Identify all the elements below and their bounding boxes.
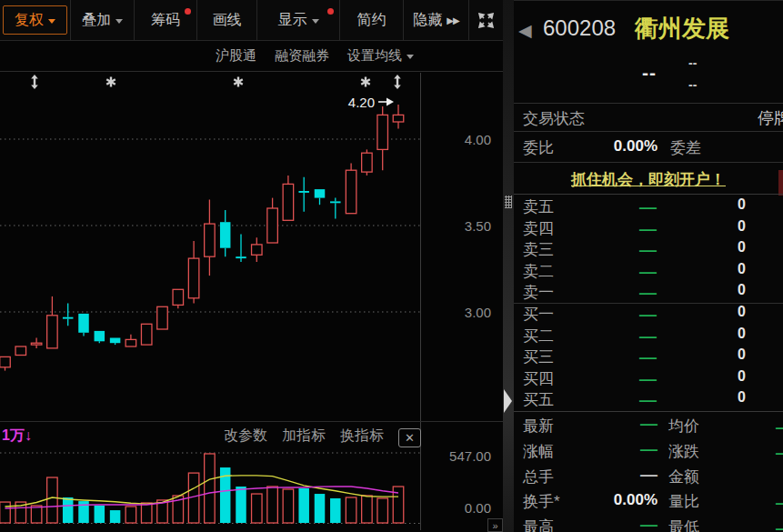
stock-code: 600208 xyxy=(543,15,616,41)
order-price-dash: — xyxy=(639,353,657,362)
trade-status-value: 停牌 xyxy=(758,107,783,129)
indicator-link-3[interactable]: 换指标 xyxy=(340,427,384,446)
order-qty: 0 xyxy=(678,368,746,385)
close-icon[interactable]: ✕ xyxy=(398,428,421,447)
price-tick-35: 3.50 xyxy=(427,218,491,234)
open-account-link[interactable]: 抓住机会，即刻开户！ xyxy=(571,169,726,190)
order-qty: 0 xyxy=(678,261,746,277)
divider-line xyxy=(514,303,783,304)
order-book-row-卖二[interactable]: 卖二—0 xyxy=(514,259,783,281)
collapse-arrow-icon[interactable] xyxy=(504,389,512,413)
stat-label2: 金额 xyxy=(668,467,699,487)
order-qty: 0 xyxy=(678,304,746,320)
order-price-dash: — xyxy=(639,375,657,384)
stat-value2-dash: — xyxy=(776,524,783,532)
weibi-label: 委比 xyxy=(523,137,554,158)
stat-label2: 均价 xyxy=(668,416,699,437)
change-percent: -- xyxy=(688,77,697,92)
order-level-label: 买二 xyxy=(523,326,554,346)
panel-divider[interactable] xyxy=(503,0,514,532)
order-book-row-买一[interactable]: 买一—0 xyxy=(514,302,783,324)
stat-value-dash: — xyxy=(640,515,658,532)
stock-app-window: 复权叠加筹码画线显示简约隐藏▶▶ 沪股通融资融券设置均线 4.20 4.00 3… xyxy=(0,0,783,532)
stat-label: 总手 xyxy=(523,467,554,487)
indicator-link-1[interactable]: 改参数 xyxy=(224,427,267,446)
volume-indicator-label[interactable]: 1万↓ xyxy=(2,427,32,446)
order-book-row-卖一[interactable]: 卖一—0 xyxy=(514,280,783,302)
stat-row-4: 换手*0.00%量比— xyxy=(514,487,783,513)
order-level-label: 买五 xyxy=(523,389,554,410)
down-arrow-icon: ↓ xyxy=(25,427,32,443)
trade-status-label: 交易状态 xyxy=(523,108,585,129)
order-level-label: 卖四 xyxy=(523,218,554,239)
order-book-row-买四[interactable]: 买四—0 xyxy=(514,366,783,388)
order-level-label: 卖二 xyxy=(523,261,554,282)
price-tick-4: 4.00 xyxy=(427,132,491,147)
order-level-label: 买四 xyxy=(523,368,554,389)
stat-label: 涨幅 xyxy=(523,441,554,462)
indicator-link-2[interactable]: 加指标 xyxy=(282,427,326,446)
back-icon[interactable]: ◀ xyxy=(518,20,532,41)
stat-value2-dash: — xyxy=(776,423,783,432)
order-level-label: 卖三 xyxy=(523,239,554,260)
stat-value: 0.00% xyxy=(568,491,658,509)
order-book-row-买五[interactable]: 买五—0 xyxy=(514,387,783,409)
last-price: -- xyxy=(642,62,657,84)
weicha-label: 委差 xyxy=(670,137,701,158)
ad-row: 抓住机会，即刻开户！ xyxy=(514,163,783,194)
order-qty: 0 xyxy=(678,389,746,406)
stat-label: 最新 xyxy=(523,416,554,437)
order-price-dash: — xyxy=(639,246,657,255)
order-qty: 0 xyxy=(678,282,746,298)
order-price-dash: — xyxy=(639,332,657,341)
order-book-row-买二[interactable]: 买二—0 xyxy=(514,324,783,346)
stat-value-dash: — xyxy=(640,439,658,458)
stat-label: 换手* xyxy=(523,491,560,512)
order-book-row-卖四[interactable]: 卖四—0 xyxy=(514,216,783,238)
stat-row-3: 总手—金额 xyxy=(514,463,783,488)
indicator-links: 改参数加指标换指标 xyxy=(224,427,384,446)
order-price-dash: — xyxy=(639,310,657,319)
chart-region: 复权叠加筹码画线显示简约隐藏▶▶ 沪股通融资融券设置均线 4.20 4.00 3… xyxy=(0,0,503,532)
quote-panel: ◀ 600208 衢州发展 -- -- -- 交易状态 停牌 委比 0.00% … xyxy=(514,0,783,532)
trade-status-row: 交易状态 停牌 xyxy=(514,104,783,131)
order-book-row-卖五[interactable]: 卖五—0 xyxy=(514,195,783,216)
order-book-row-买三[interactable]: 买三—0 xyxy=(514,345,783,366)
order-price-dash: — xyxy=(639,267,657,276)
scrollbar-thumb[interactable] xyxy=(778,170,783,196)
order-qty: 0 xyxy=(678,346,746,363)
more-panels-button[interactable]: » xyxy=(487,518,503,532)
svg-text:4.20: 4.20 xyxy=(348,95,375,110)
stat-label: 最高 xyxy=(523,517,554,532)
order-qty: 0 xyxy=(678,196,746,213)
stat-label2: 涨跌 xyxy=(668,441,699,462)
stat-label2: 最低 xyxy=(668,517,699,532)
change-value: -- xyxy=(688,55,697,70)
order-level-label: 卖一 xyxy=(523,282,554,303)
weibi-row: 委比 0.00% 委差 xyxy=(514,132,783,161)
stat-row-2: 涨幅—涨跌— xyxy=(514,437,783,463)
stat-row-5: 最高—最低— xyxy=(514,513,783,532)
stat-value-dash: — xyxy=(640,414,658,433)
stat-value2-dash: — xyxy=(776,448,783,457)
divider-grip-icon[interactable] xyxy=(505,196,512,208)
order-book-row-卖三[interactable]: 卖三—0 xyxy=(514,237,783,259)
stat-value-dash: — xyxy=(640,465,658,484)
order-price-dash: — xyxy=(639,288,657,297)
stat-value2-dash: — xyxy=(776,498,783,507)
price-tick-3: 3.00 xyxy=(427,305,491,320)
volume-tick-zero: 0.00 xyxy=(427,500,491,516)
volume-pane-header: 1万↓ 改参数加指标换指标 ✕ xyxy=(0,422,503,452)
order-price-dash: — xyxy=(639,225,657,234)
stat-row-1: 最新—均价— xyxy=(514,412,783,437)
order-level-label: 买一 xyxy=(523,304,554,325)
stat-label2: 量比 xyxy=(668,491,699,512)
weibi-value: 0.00% xyxy=(568,137,658,156)
order-level-label: 卖五 xyxy=(523,196,554,217)
order-price-dash: — xyxy=(639,396,657,405)
order-price-dash: — xyxy=(639,203,657,212)
stock-name: 衢州发展 xyxy=(635,13,729,45)
stats-grid: 最新—均价—涨幅—涨跌—总手—金额换手*0.00%量比—最高—最低— xyxy=(514,412,783,532)
order-level-label: 买三 xyxy=(523,346,554,367)
order-qty: 0 xyxy=(678,218,746,235)
